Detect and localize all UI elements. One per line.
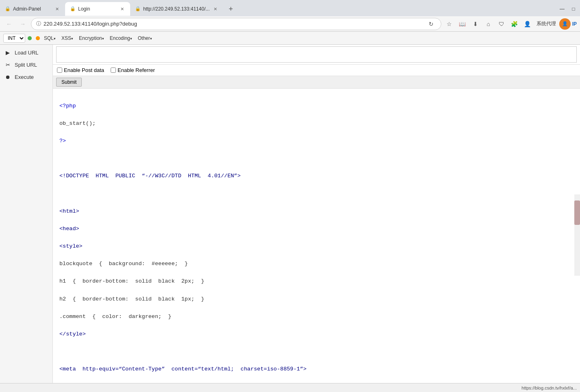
proxy-label: 系统代理 (536, 20, 556, 27)
code-line-5: <!DOCTYPE HTML PUBLIC “-//W3C//DTD HTML … (59, 172, 573, 181)
content-wrapper: <?php ob_start(); ?> <!DOCTYPE HTML PUBL… (53, 89, 580, 392)
url-input-container (53, 45, 580, 65)
bookmark-star-button[interactable]: ☆ (444, 18, 455, 30)
submit-button[interactable]: Submit (56, 78, 82, 87)
profile-button[interactable]: 👤 (522, 18, 533, 30)
status-url: https://blog.csdn.tv/hxlxf/a... (521, 385, 577, 390)
orange-dot-icon (36, 36, 40, 40)
sql-menu[interactable]: SQL▾ (42, 35, 57, 42)
new-tab-button[interactable]: + (225, 3, 236, 15)
enable-referrer-label: Enable Referrer (118, 67, 155, 73)
tab-title-3: http://220.249.52.133:41140/... (143, 6, 209, 12)
code-display[interactable]: <?php ob_start(); ?> <!DOCTYPE HTML PUBL… (53, 89, 580, 392)
code-line-7: <html> (59, 207, 573, 216)
back-button[interactable]: ← (3, 18, 15, 30)
code-line-10: blockquote { background: #eeeeee; } (59, 259, 573, 268)
maximize-button[interactable]: □ (570, 6, 577, 12)
shield-button[interactable]: 🛡 (496, 18, 507, 30)
sidebar-item-split-url[interactable]: ✂ Split URL (0, 59, 52, 71)
status-bar: https://blog.csdn.tv/hxlxf/a... (0, 383, 580, 392)
enable-post-label: Enable Post data (64, 67, 104, 73)
sidebar-item-execute[interactable]: ⏺ Execute (0, 71, 52, 83)
reading-mode-button[interactable]: 📖 (457, 18, 468, 30)
code-line-16: <meta http-equiv=“Content-Type” content=… (59, 365, 573, 374)
main-area: ▶ Load URL ✂ Split URL ⏺ Execute (0, 45, 580, 392)
other-menu[interactable]: Other▾ (136, 35, 154, 42)
code-line-11: h1 { border-bottom: solid black 2px; } (59, 277, 573, 286)
xss-menu[interactable]: XSS▾ (60, 35, 75, 42)
code-line-15 (59, 347, 573, 356)
tab-close-3[interactable]: ✕ (212, 6, 218, 12)
enable-referrer-input[interactable] (111, 68, 116, 73)
tab-favicon-2: 🔒 (70, 6, 76, 12)
minimize-button[interactable]: — (559, 6, 565, 12)
execute-icon: ⏺ (4, 73, 11, 81)
address-text: 220.249.52.133:41140/login.php?debug (44, 21, 424, 27)
content-area: Enable Post data Enable Referrer Submit … (53, 45, 580, 392)
load-url-label: Load URL (15, 50, 39, 56)
sidebar: ▶ Load URL ✂ Split URL ⏺ Execute (0, 45, 53, 392)
tab-login[interactable]: 🔒 Login ✕ (65, 2, 130, 16)
load-url-icon: ▶ (4, 49, 11, 56)
enable-post-checkbox[interactable]: Enable Post data (57, 67, 104, 73)
nav-bar: ← → ⓘ 220.249.52.133:41140/login.php?deb… (0, 16, 580, 32)
tab-title-1: Admin-Panel (13, 6, 51, 12)
extensions-button[interactable]: 🧩 (509, 18, 520, 30)
tab-favicon-3: 🔒 (135, 6, 141, 12)
encryption-menu[interactable]: Encryption▾ (77, 35, 106, 42)
enable-referrer-checkbox[interactable]: Enable Referrer (111, 67, 155, 73)
scrollbar-thumb[interactable] (574, 200, 580, 225)
tab-close-1[interactable]: ✕ (54, 6, 60, 12)
hackbar-toolbar: INT SQL▾ XSS▾ Encryption▾ Encoding▾ Othe… (0, 32, 580, 45)
split-url-label: Split URL (15, 62, 37, 68)
code-line-8: <head> (59, 224, 573, 233)
address-bar[interactable]: ⓘ 220.249.52.133:41140/login.php?debug ↻ (31, 18, 441, 30)
tab-url3[interactable]: 🔒 http://220.249.52.133:41140/... ✕ (130, 2, 223, 16)
code-line-9: <style> (59, 242, 573, 251)
code-line-12: h2 { border-bottom: solid black 1px; } (59, 295, 573, 304)
tab-title-2: Login (78, 6, 116, 12)
split-url-icon: ✂ (4, 61, 11, 68)
code-line-2: ob_start(); (59, 119, 573, 128)
execute-label: Execute (15, 74, 34, 80)
hackbar-type-select[interactable]: INT (3, 34, 25, 43)
tab-favicon-1: 🔒 (5, 6, 11, 12)
green-dot-icon (28, 36, 32, 40)
submit-bar: Submit (53, 76, 580, 89)
download-button[interactable]: ⬇ (470, 18, 481, 30)
code-line-4 (59, 154, 573, 163)
tab-admin-panel[interactable]: 🔒 Admin-Panel ✕ (0, 2, 65, 16)
code-line-13: .comment { color: darkgreen; } (59, 312, 573, 321)
ip-label[interactable]: IP (572, 21, 577, 27)
browser-window: 🔒 Admin-Panel ✕ 🔒 Login ✕ 🔒 http://220.2… (0, 0, 580, 392)
nav-actions: ☆ 📖 ⬇ ⌂ 🛡 🧩 👤 系统代理 👤 IP (444, 18, 577, 30)
url-input[interactable] (56, 46, 577, 63)
code-line-6 (59, 189, 573, 198)
checkbox-bar: Enable Post data Enable Referrer (53, 65, 580, 76)
tab-close-2[interactable]: ✕ (119, 6, 125, 12)
avatar-button[interactable]: 👤 (559, 18, 571, 30)
code-line-14: </style> (59, 330, 573, 339)
encoding-menu[interactable]: Encoding▾ (108, 35, 134, 42)
lock-icon: ⓘ (36, 20, 41, 27)
title-bar: 🔒 Admin-Panel ✕ 🔒 Login ✕ 🔒 http://220.2… (0, 0, 580, 16)
enable-post-input[interactable] (57, 68, 62, 73)
window-controls: — □ (559, 6, 580, 12)
code-line-1: <?php (59, 102, 573, 111)
reload-button[interactable]: ↻ (426, 19, 436, 29)
sidebar-item-load-url[interactable]: ▶ Load URL (0, 46, 52, 59)
home-button[interactable]: ⌂ (483, 18, 494, 30)
forward-button[interactable]: → (17, 18, 28, 30)
code-line-3: ?> (59, 137, 573, 146)
